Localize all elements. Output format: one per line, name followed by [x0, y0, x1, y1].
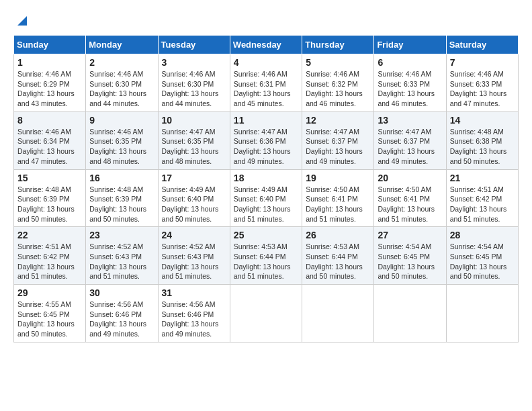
calendar-day-cell: 30 Sunrise: 4:56 AM Sunset: 6:46 PM Dayl…	[86, 285, 158, 342]
calendar-week-row: 22 Sunrise: 4:51 AM Sunset: 6:42 PM Dayl…	[14, 227, 519, 285]
calendar-day-cell: 11 Sunrise: 4:47 AM Sunset: 6:36 PM Dayl…	[230, 111, 302, 169]
day-number: 29	[17, 287, 82, 298]
day-info: Sunrise: 4:52 AM Sunset: 6:43 PM Dayligh…	[89, 242, 154, 281]
calendar-day-cell: 24 Sunrise: 4:52 AM Sunset: 6:43 PM Dayl…	[158, 227, 230, 285]
calendar-day-cell: 1 Sunrise: 4:46 AM Sunset: 6:29 PM Dayli…	[14, 54, 86, 112]
day-info: Sunrise: 4:47 AM Sunset: 6:36 PM Dayligh…	[234, 127, 298, 167]
day-info: Sunrise: 4:46 AM Sunset: 6:33 PM Dayligh…	[378, 69, 442, 109]
calendar-header-thursday: Thursday	[302, 36, 374, 54]
calendar-day-cell: 17 Sunrise: 4:49 AM Sunset: 6:40 PM Dayl…	[158, 169, 230, 227]
calendar-day-cell: 31 Sunrise: 4:56 AM Sunset: 6:46 PM Dayl…	[158, 285, 230, 342]
calendar-day-cell: 8 Sunrise: 4:46 AM Sunset: 6:34 PM Dayli…	[14, 111, 86, 169]
day-info: Sunrise: 4:51 AM Sunset: 6:42 PM Dayligh…	[450, 185, 515, 224]
calendar-day-cell	[374, 285, 446, 342]
calendar-day-cell	[446, 285, 518, 342]
day-info: Sunrise: 4:48 AM Sunset: 6:39 PM Dayligh…	[89, 185, 154, 224]
day-info: Sunrise: 4:56 AM Sunset: 6:46 PM Dayligh…	[162, 300, 226, 339]
day-number: 9	[89, 115, 154, 126]
calendar-day-cell: 27 Sunrise: 4:54 AM Sunset: 6:45 PM Dayl…	[374, 227, 446, 285]
calendar-header-monday: Monday	[86, 36, 158, 54]
day-number: 2	[89, 57, 154, 68]
calendar-header-wednesday: Wednesday	[230, 36, 302, 54]
calendar-week-row: 15 Sunrise: 4:48 AM Sunset: 6:39 PM Dayl…	[14, 169, 519, 227]
day-number: 28	[450, 230, 515, 240]
calendar-day-cell: 22 Sunrise: 4:51 AM Sunset: 6:42 PM Dayl…	[14, 227, 86, 285]
day-info: Sunrise: 4:50 AM Sunset: 6:41 PM Dayligh…	[378, 185, 442, 224]
day-number: 31	[162, 287, 226, 298]
calendar-header-saturday: Saturday	[446, 36, 518, 54]
svg-marker-0	[17, 16, 27, 26]
calendar-week-row: 1 Sunrise: 4:46 AM Sunset: 6:29 PM Dayli…	[14, 54, 519, 112]
day-number: 26	[306, 230, 370, 240]
calendar-day-cell: 14 Sunrise: 4:48 AM Sunset: 6:38 PM Dayl…	[446, 111, 518, 169]
day-number: 14	[450, 115, 515, 126]
day-info: Sunrise: 4:54 AM Sunset: 6:45 PM Dayligh…	[450, 242, 515, 281]
calendar-day-cell	[230, 285, 302, 342]
calendar-day-cell: 26 Sunrise: 4:53 AM Sunset: 6:44 PM Dayl…	[302, 227, 374, 285]
day-number: 15	[17, 173, 82, 183]
day-number: 19	[306, 173, 370, 183]
day-info: Sunrise: 4:46 AM Sunset: 6:31 PM Dayligh…	[234, 69, 298, 109]
day-info: Sunrise: 4:48 AM Sunset: 6:39 PM Dayligh…	[17, 185, 82, 224]
calendar-day-cell: 3 Sunrise: 4:46 AM Sunset: 6:30 PM Dayli…	[158, 54, 230, 112]
day-info: Sunrise: 4:46 AM Sunset: 6:29 PM Dayligh…	[17, 69, 82, 109]
day-number: 11	[234, 115, 298, 126]
day-info: Sunrise: 4:47 AM Sunset: 6:37 PM Dayligh…	[306, 127, 370, 167]
day-info: Sunrise: 4:49 AM Sunset: 6:40 PM Dayligh…	[234, 185, 298, 224]
calendar-day-cell: 10 Sunrise: 4:47 AM Sunset: 6:35 PM Dayl…	[158, 111, 230, 169]
day-info: Sunrise: 4:47 AM Sunset: 6:37 PM Dayligh…	[378, 127, 442, 167]
calendar-day-cell: 18 Sunrise: 4:49 AM Sunset: 6:40 PM Dayl…	[230, 169, 302, 227]
day-number: 3	[162, 57, 226, 68]
calendar-day-cell	[302, 285, 374, 342]
day-number: 4	[234, 57, 298, 68]
calendar-day-cell: 6 Sunrise: 4:46 AM Sunset: 6:33 PM Dayli…	[374, 54, 446, 112]
calendar-day-cell: 13 Sunrise: 4:47 AM Sunset: 6:37 PM Dayl…	[374, 111, 446, 169]
day-number: 27	[378, 230, 442, 240]
calendar-header-friday: Friday	[374, 36, 446, 54]
day-info: Sunrise: 4:56 AM Sunset: 6:46 PM Dayligh…	[89, 300, 154, 339]
day-number: 5	[306, 57, 370, 68]
day-number: 22	[17, 230, 82, 240]
day-number: 7	[450, 57, 515, 68]
calendar-day-cell: 29 Sunrise: 4:55 AM Sunset: 6:45 PM Dayl…	[14, 285, 86, 342]
day-info: Sunrise: 4:50 AM Sunset: 6:41 PM Dayligh…	[306, 185, 370, 224]
day-info: Sunrise: 4:54 AM Sunset: 6:45 PM Dayligh…	[378, 242, 442, 281]
day-number: 17	[162, 173, 226, 183]
calendar-table: SundayMondayTuesdayWednesdayThursdayFrid…	[13, 35, 519, 342]
calendar-day-cell: 25 Sunrise: 4:53 AM Sunset: 6:44 PM Dayl…	[230, 227, 302, 285]
day-number: 18	[234, 173, 298, 183]
day-number: 21	[450, 173, 515, 183]
day-info: Sunrise: 4:46 AM Sunset: 6:30 PM Dayligh…	[89, 69, 154, 109]
calendar-day-cell: 7 Sunrise: 4:46 AM Sunset: 6:33 PM Dayli…	[446, 54, 518, 112]
calendar-week-row: 8 Sunrise: 4:46 AM Sunset: 6:34 PM Dayli…	[14, 111, 519, 169]
logo-arrow-icon	[15, 13, 30, 28]
day-number: 6	[378, 57, 442, 68]
day-number: 10	[162, 115, 226, 126]
calendar-day-cell: 23 Sunrise: 4:52 AM Sunset: 6:43 PM Dayl…	[86, 227, 158, 285]
day-info: Sunrise: 4:46 AM Sunset: 6:33 PM Dayligh…	[450, 69, 515, 109]
day-number: 1	[17, 57, 82, 68]
day-info: Sunrise: 4:48 AM Sunset: 6:38 PM Dayligh…	[450, 127, 515, 167]
day-info: Sunrise: 4:46 AM Sunset: 6:34 PM Dayligh…	[17, 127, 82, 167]
day-info: Sunrise: 4:46 AM Sunset: 6:32 PM Dayligh…	[306, 69, 370, 109]
calendar-body: 1 Sunrise: 4:46 AM Sunset: 6:29 PM Dayli…	[14, 54, 519, 342]
calendar-day-cell: 12 Sunrise: 4:47 AM Sunset: 6:37 PM Dayl…	[302, 111, 374, 169]
day-number: 20	[378, 173, 442, 183]
calendar-day-cell: 5 Sunrise: 4:46 AM Sunset: 6:32 PM Dayli…	[302, 54, 374, 112]
day-number: 13	[378, 115, 442, 126]
day-number: 16	[89, 173, 154, 183]
day-number: 25	[234, 230, 298, 240]
day-info: Sunrise: 4:46 AM Sunset: 6:35 PM Dayligh…	[89, 127, 154, 167]
day-number: 23	[89, 230, 154, 240]
calendar-day-cell: 21 Sunrise: 4:51 AM Sunset: 6:42 PM Dayl…	[446, 169, 518, 227]
day-info: Sunrise: 4:51 AM Sunset: 6:42 PM Dayligh…	[17, 242, 82, 281]
calendar-day-cell: 4 Sunrise: 4:46 AM Sunset: 6:31 PM Dayli…	[230, 54, 302, 112]
calendar-day-cell: 15 Sunrise: 4:48 AM Sunset: 6:39 PM Dayl…	[14, 169, 86, 227]
day-info: Sunrise: 4:52 AM Sunset: 6:43 PM Dayligh…	[162, 242, 226, 281]
day-info: Sunrise: 4:46 AM Sunset: 6:30 PM Dayligh…	[162, 69, 226, 109]
calendar-day-cell: 19 Sunrise: 4:50 AM Sunset: 6:41 PM Dayl…	[302, 169, 374, 227]
day-info: Sunrise: 4:49 AM Sunset: 6:40 PM Dayligh…	[162, 185, 226, 224]
day-number: 12	[306, 115, 370, 126]
day-info: Sunrise: 4:47 AM Sunset: 6:35 PM Dayligh…	[162, 127, 226, 167]
calendar-week-row: 29 Sunrise: 4:55 AM Sunset: 6:45 PM Dayl…	[14, 285, 519, 342]
